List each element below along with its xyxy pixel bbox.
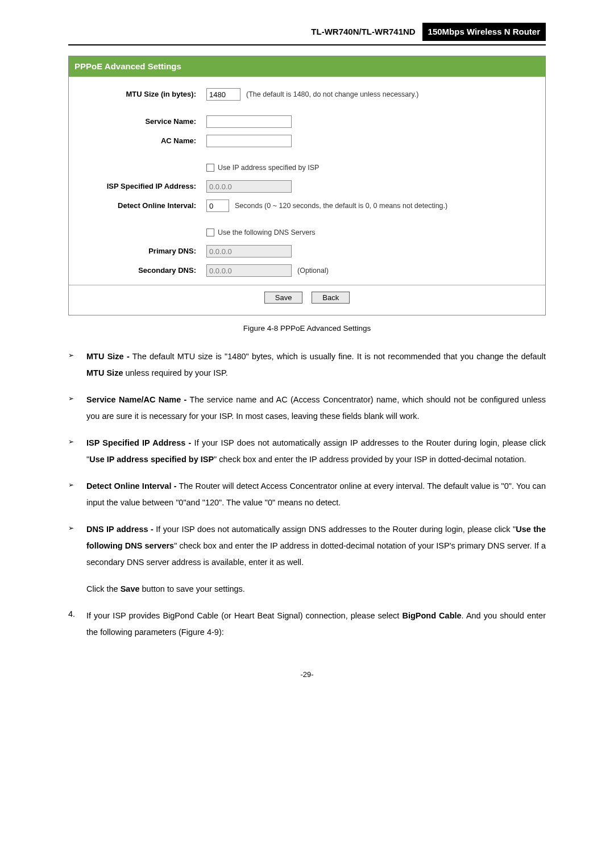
isp-ip-row: ISP Specified IP Address: (69, 177, 545, 196)
isp-checkbox-label: Use IP address specified by ISP (218, 162, 319, 173)
ac-name-input[interactable] (206, 135, 292, 147)
dns-checkbox-label: Use the following DNS Servers (218, 227, 316, 238)
bullet-mtu: ➢ MTU Size - The default MTU size is "14… (68, 348, 546, 381)
button-row: Save Back (69, 285, 545, 307)
back-button[interactable]: Back (312, 292, 350, 304)
mtu-label: MTU Size (in bytes): (76, 89, 206, 101)
bullet-isp-ip: ➢ ISP Specified IP Address - If your ISP… (68, 435, 546, 468)
mtu-input[interactable] (206, 88, 240, 101)
isp-checkbox-row: Use IP address specified by ISP (69, 159, 545, 177)
num-marker: 4. (68, 608, 86, 641)
bullet-icon: ➢ (68, 348, 86, 381)
page-number: -29- (68, 669, 546, 681)
detect-input[interactable] (206, 200, 229, 212)
primary-dns-label: Primary DNS: (76, 246, 206, 258)
primary-dns-row: Primary DNS: (69, 242, 545, 261)
ac-name-row: AC Name: (69, 131, 545, 151)
detect-row: Detect Online Interval: Seconds (0 ~ 120… (69, 196, 545, 215)
isp-ip-input[interactable] (206, 180, 292, 193)
panel-title: PPPoE Advanced Settings (69, 56, 545, 77)
bullet-dns: ➢ DNS IP address - If your ISP does not … (68, 521, 546, 571)
bullet-service-name: ➢ Service Name/AC Name - The service nam… (68, 392, 546, 425)
page-header: TL-WR740N/TL-WR741ND 150Mbps Wireless N … (68, 23, 546, 41)
secondary-dns-optional: (Optional) (297, 265, 329, 276)
pppoe-settings-panel: PPPoE Advanced Settings MTU Size (in byt… (68, 56, 546, 315)
bullet-icon: ➢ (68, 521, 86, 571)
save-paragraph: Click the Save button to save your setti… (86, 581, 546, 597)
detect-label: Detect Online Interval: (76, 200, 206, 212)
isp-ip-label: ISP Specified IP Address: (76, 181, 206, 193)
panel-body: MTU Size (in bytes): (The default is 148… (69, 77, 545, 315)
model-label: TL-WR740N/TL-WR741ND (311, 27, 420, 36)
bullet-icon: ➢ (68, 435, 86, 468)
detect-hint: Seconds (0 ~ 120 seconds, the default is… (235, 200, 447, 211)
mtu-hint: (The default is 1480, do not change unle… (246, 89, 418, 100)
mtu-row: MTU Size (in bytes): (The default is 148… (69, 85, 545, 104)
service-name-row: Service Name: (69, 112, 545, 131)
secondary-dns-row: Secondary DNS: (Optional) (69, 261, 545, 280)
bullet-detect: ➢ Detect Online Interval - The Router wi… (68, 478, 546, 511)
service-name-input[interactable] (206, 115, 292, 128)
bullet-icon: ➢ (68, 478, 86, 511)
numbered-item-4: 4. If your ISP provides BigPond Cable (o… (68, 608, 546, 641)
ac-name-label: AC Name: (76, 135, 206, 147)
save-button[interactable]: Save (264, 292, 303, 304)
service-name-label: Service Name: (76, 116, 206, 128)
primary-dns-input[interactable] (206, 245, 292, 258)
bullet-list: ➢ MTU Size - The default MTU size is "14… (68, 348, 546, 571)
secondary-dns-label: Secondary DNS: (76, 265, 206, 277)
bullet-icon: ➢ (68, 392, 86, 425)
isp-checkbox[interactable] (206, 164, 214, 172)
dns-checkbox[interactable] (206, 229, 214, 236)
figure-caption: Figure 4-8 PPPoE Advanced Settings (68, 322, 546, 335)
product-desc: 150Mbps Wireless N Router (422, 23, 546, 41)
secondary-dns-input[interactable] (206, 264, 292, 277)
header-divider (68, 44, 546, 45)
dns-checkbox-row: Use the following DNS Servers (69, 223, 545, 242)
